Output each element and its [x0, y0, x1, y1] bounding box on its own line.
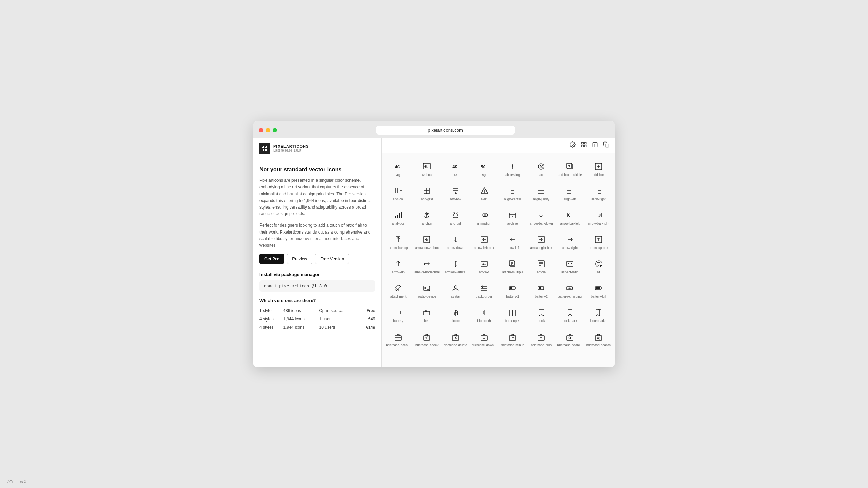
- layout-icon[interactable]: [592, 141, 598, 149]
- svg-rect-5: [265, 146, 266, 147]
- icon-android[interactable]: android: [441, 204, 470, 228]
- icon-label: arrow-bar-right: [588, 221, 609, 225]
- icon-alert[interactable]: alert: [470, 179, 498, 204]
- icon-battery[interactable]: battery: [384, 301, 412, 325]
- icon-4k[interactable]: 4K4k: [441, 155, 470, 179]
- icon-at[interactable]: at: [584, 252, 613, 277]
- icon-arrow-up-box[interactable]: arrow-up-box: [584, 228, 613, 252]
- preview-button[interactable]: Preview: [287, 254, 312, 264]
- icon-anchor[interactable]: anchor: [412, 204, 441, 228]
- settings-icon[interactable]: [570, 141, 576, 149]
- icon-bluetooth[interactable]: bluetooth: [470, 301, 498, 325]
- get-pro-button[interactable]: Get Pro: [259, 254, 284, 264]
- icon-align-left[interactable]: align-left: [556, 179, 584, 204]
- icon-label: article: [537, 270, 546, 274]
- icon-label: backburger: [476, 294, 492, 298]
- icon-5g[interactable]: 5G5g: [470, 155, 498, 179]
- icon-label: article-multiple: [502, 270, 523, 274]
- svg-rect-99: [509, 261, 514, 266]
- icon-battery-1[interactable]: battery-1: [498, 277, 527, 301]
- svg-point-157: [597, 337, 599, 339]
- icon-label: archive: [507, 221, 518, 225]
- icon-ab-testing[interactable]: ab-testing: [498, 155, 527, 179]
- icon-book[interactable]: book: [527, 301, 555, 325]
- icon-add-box-multiple[interactable]: add-box-multiple: [556, 155, 584, 179]
- icon-arrow-bar-up[interactable]: arrow-bar-up: [384, 228, 412, 252]
- versions-table: 1 style486 iconsOpen-sourceFree4 styles1…: [259, 307, 375, 332]
- icon-arrow-down[interactable]: arrow-down: [441, 228, 470, 252]
- icon-arrow-right[interactable]: arrow-right: [556, 228, 584, 252]
- icon-briefcase-acco[interactable]: briefcase-acco...: [384, 325, 412, 350]
- icon-arrow-left[interactable]: arrow-left: [498, 228, 527, 252]
- svg-rect-6: [262, 149, 263, 151]
- icon-arrow-bar-right[interactable]: arrow-bar-right: [584, 204, 613, 228]
- icon-arrow-right-box[interactable]: arrow-right-box: [527, 228, 555, 252]
- icon-archive[interactable]: archive: [498, 204, 527, 228]
- icon-label: arrow-right-box: [530, 246, 552, 250]
- icon-battery-full[interactable]: battery-full: [584, 277, 613, 301]
- icon-label: add-grid: [421, 197, 433, 201]
- svg-rect-119: [510, 287, 512, 289]
- svg-line-69: [457, 212, 457, 213]
- icon-attachment[interactable]: attachment: [384, 277, 412, 301]
- icon-animation[interactable]: animation: [470, 204, 498, 228]
- align-right-icon: [594, 186, 603, 195]
- minimize-button[interactable]: [266, 128, 270, 132]
- icon-briefcase-delete[interactable]: briefcase-delete: [441, 325, 470, 350]
- icon-arrow-up[interactable]: arrow-up: [384, 252, 412, 277]
- url-bar[interactable]: pixelarticons.com: [376, 126, 515, 135]
- icon-4g[interactable]: 4G4g: [384, 155, 412, 179]
- free-version-button[interactable]: Free Version: [315, 254, 349, 264]
- icon-article[interactable]: article: [527, 252, 555, 277]
- icon-ac[interactable]: ACac: [527, 155, 555, 179]
- icon-bookmarks[interactable]: bookmarks: [584, 301, 613, 325]
- icon-add-box[interactable]: add-box: [584, 155, 613, 179]
- maximize-button[interactable]: [273, 128, 277, 132]
- close-button[interactable]: [259, 128, 263, 132]
- icon-bed[interactable]: bed: [412, 301, 441, 325]
- at-icon: [594, 259, 603, 268]
- icon-briefcase-check[interactable]: briefcase-check: [412, 325, 441, 350]
- icon-align-center[interactable]: align-center: [498, 179, 527, 204]
- backburger-icon: [480, 284, 489, 293]
- icon-briefcase-search[interactable]: briefcase-search: [584, 325, 613, 350]
- icon-backburger[interactable]: backburger: [470, 277, 498, 301]
- icon-arrows-vertical[interactable]: arrows-vertical: [441, 252, 470, 277]
- icon-align-right[interactable]: align-right: [584, 179, 613, 204]
- icon-aspect-ratio[interactable]: aspect-ratio: [556, 252, 584, 277]
- icon-arrow-left-box[interactable]: arrow-left-box: [470, 228, 498, 252]
- copy-icon[interactable]: [603, 141, 609, 149]
- icon-briefcase-searc-1[interactable]: briefcase-searc...: [556, 325, 584, 350]
- icon-add-col[interactable]: add-col: [384, 179, 412, 204]
- icon-article-multiple[interactable]: article-multiple: [498, 252, 527, 277]
- attachment-icon: [394, 284, 403, 293]
- grid-icon[interactable]: [581, 141, 587, 149]
- icon-add-grid[interactable]: add-grid: [412, 179, 441, 204]
- icon-avatar[interactable]: avatar: [441, 277, 470, 301]
- icon-arrows-horizontal[interactable]: arrows-horizontal: [412, 252, 441, 277]
- icon-arrow-bar-down[interactable]: arrow-bar-down: [527, 204, 555, 228]
- icon-art-text[interactable]: Aaart-text: [470, 252, 498, 277]
- traffic-lights: [259, 128, 277, 132]
- icon-audio-device[interactable]: audio-device: [412, 277, 441, 301]
- icon-arrow-bar-left[interactable]: arrow-bar-left: [556, 204, 584, 228]
- icon-label: arrow-left-box: [474, 246, 494, 250]
- install-command[interactable]: npm i pixelarticons@1.8.0: [259, 280, 375, 292]
- icon-arrow-down-box[interactable]: arrow-down-box: [412, 228, 441, 252]
- icon-bitcoin[interactable]: bitcoin: [441, 301, 470, 325]
- icon-add-row[interactable]: add-row: [441, 179, 470, 204]
- icon-battery-charging[interactable]: battery-charging: [556, 277, 584, 301]
- battery-2-icon: [537, 284, 546, 293]
- icon-battery-2[interactable]: battery-2: [527, 277, 555, 301]
- icon-book-open[interactable]: book-open: [498, 301, 527, 325]
- icon-briefcase-down[interactable]: briefcase-down...: [470, 325, 498, 350]
- left-content: Not your standard vector icons Pixelarti…: [253, 159, 381, 339]
- icon-briefcase-plus[interactable]: briefcase-plus: [527, 325, 555, 350]
- icon-bookmark[interactable]: bookmark: [556, 301, 584, 325]
- aspect-ratio-icon: [565, 259, 574, 268]
- icon-label: align-left: [564, 197, 576, 201]
- icon-align-justify[interactable]: align-justify: [527, 179, 555, 204]
- icon-4k-box[interactable]: 4K4k-box: [412, 155, 441, 179]
- icon-analytics[interactable]: analytics: [384, 204, 412, 228]
- icon-briefcase-minus[interactable]: briefcase-minus: [498, 325, 527, 350]
